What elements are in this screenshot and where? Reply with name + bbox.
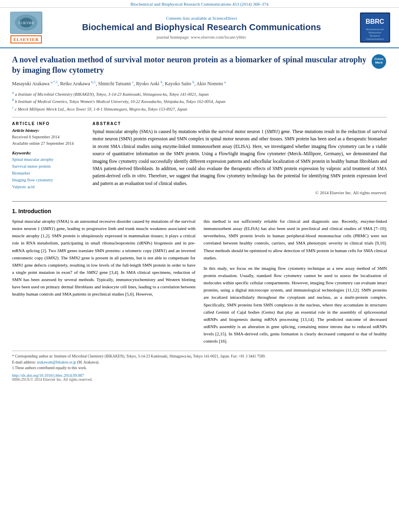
affiliation-c: c c Merck Millipore Merck Ltd., Arco Tow… <box>12 105 387 112</box>
svg-text:Research: Research <box>370 35 380 37</box>
journal-logo-image: ELSEVIER <box>10 12 42 34</box>
section-divider-1 <box>12 117 387 117</box>
footnote-equal-contrib: 1 These authors contributed equally to t… <box>12 365 387 371</box>
affiliations: a a Institute of Microbial Chemistry (BI… <box>12 90 387 112</box>
keyword-1: Spinal muscular atrophy <box>12 156 84 163</box>
main-section-divider <box>12 201 387 202</box>
predicted-word: predicted <box>327 317 343 322</box>
article-history-title: Article history: <box>12 128 84 133</box>
keywords-section: Keywords: Spinal muscular atrophy Surviv… <box>12 150 84 190</box>
elsevier-logo: ELSEVIER <box>10 35 42 43</box>
intro-left-text: Spinal muscular atrophy (SMA) is an auto… <box>12 218 195 298</box>
info-abstract-section: ARTICLE INFO Article history: Received 6… <box>12 121 387 195</box>
abstract-column: ABSTRACT Spinal muscular atrophy (SMA) i… <box>93 121 387 195</box>
available-date: Available online 27 September 2014 <box>12 140 84 147</box>
intro-right-text: this method is not sufficiently reliable… <box>204 218 387 261</box>
bbrc-logo: BBRC Biochemical and Biophysical Researc… <box>360 12 390 43</box>
footnotes-section: * Corresponding author at: Institute of … <box>12 351 387 371</box>
keyword-3: Biomarker <box>12 170 84 177</box>
intro-left-col: Spinal muscular atrophy (SMA) is an auto… <box>12 218 195 345</box>
journal-header: ELSEVIER ELSEVIER Contents lists availab… <box>0 8 399 48</box>
article-info-column: ARTICLE INFO Article history: Received 6… <box>12 121 84 195</box>
abstract-text: Spinal muscular atrophy (SMA) is caused … <box>93 128 387 187</box>
svg-text:Mark: Mark <box>375 61 383 64</box>
top-bar: Biochemical and Biophysical Research Com… <box>0 0 399 8</box>
issn-line: 0006-291X/© 2014 Elsevier Inc. All right… <box>12 378 387 382</box>
crossmark-badge[interactable]: Cross Mark <box>372 54 387 70</box>
doi-section: http://dx.doi.org/10.1016/j.bbrc.2014.09… <box>12 373 387 382</box>
article-title-container: A novel evaluation method of survival mo… <box>12 54 387 75</box>
journal-citation: Biochemical and Biophysical Research Com… <box>130 2 268 6</box>
introduction-section: 1. Introduction Spinal muscular atrophy … <box>12 208 387 345</box>
affiliation-a: a a Institute of Microbial Chemistry (BI… <box>12 90 387 97</box>
keyword-5: Valproic acid <box>12 184 84 191</box>
doi-url[interactable]: http://dx.doi.org/10.1016/j.bbrc.2014.09… <box>12 373 387 378</box>
received-date: Received 6 September 2014 <box>12 134 84 140</box>
svg-text:BBRC: BBRC <box>365 18 384 25</box>
abstract-label: ABSTRACT <box>93 121 387 126</box>
sciencedirect-link[interactable]: Contents lists available at ScienceDirec… <box>48 16 355 21</box>
keyword-2: Survival motor protein <box>12 163 84 170</box>
keyword-4: Imaging flow cytometry <box>12 177 84 184</box>
journal-header-center: Contents lists available at ScienceDirec… <box>48 16 355 39</box>
svg-text:Cross: Cross <box>374 57 384 61</box>
journal-homepage: journal homepage: www.elsevier.com/locat… <box>48 35 355 39</box>
footnote-corresponding: * Corresponding author at: Institute of … <box>12 353 387 359</box>
journal-header-left: ELSEVIER ELSEVIER <box>8 12 44 43</box>
authors-line: Masayuki Arakawa a,*,1, Reiko Arakawa b,… <box>12 79 387 88</box>
article-title: A novel evaluation method of survival mo… <box>12 55 366 74</box>
svg-text:ELSEVIER: ELSEVIER <box>19 21 34 25</box>
copyright-notice: © 2014 Elsevier Inc. All rights reserved… <box>93 190 387 195</box>
svg-text:Communications: Communications <box>366 38 384 40</box>
intro-body-columns: Spinal muscular atrophy (SMA) is an auto… <box>12 218 387 345</box>
introduction-heading: 1. Introduction <box>12 208 387 214</box>
footnote-email: E-mail address: arakawam@bikaken.or.jp (… <box>12 359 387 365</box>
article-info-label: ARTICLE INFO <box>12 121 84 126</box>
intro-right-text-2: In this study, we focus on the imaging f… <box>204 265 387 345</box>
svg-text:Biochemical and: Biochemical and <box>366 28 384 31</box>
journal-title-main: Biochemical and Biophysical Research Com… <box>48 22 355 33</box>
affiliation-b: b b Institute of Medical Genetics, Tokyo… <box>12 97 387 105</box>
svg-text:Biophysical: Biophysical <box>368 31 381 34</box>
journal-header-right: BBRC Biochemical and Biophysical Researc… <box>359 12 391 43</box>
intro-right-col: this method is not sufficiently reliable… <box>204 218 387 345</box>
keywords-label: Keywords: <box>12 150 84 155</box>
